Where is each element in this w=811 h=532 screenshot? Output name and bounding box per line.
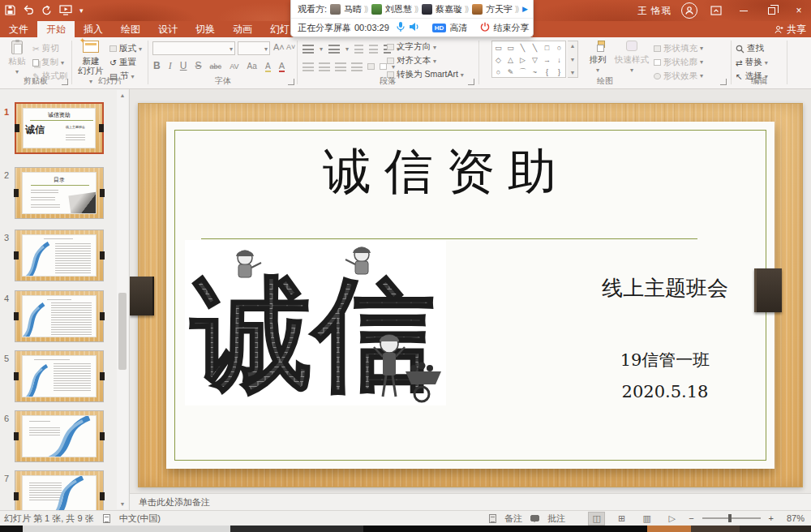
columns-icon[interactable]	[367, 63, 375, 70]
notes-toggle-icon[interactable]	[489, 514, 496, 523]
undo-icon[interactable]	[23, 5, 34, 16]
textbox-shape-icon[interactable]: ▭	[507, 44, 514, 52]
reading-view-button[interactable]: ▥	[638, 512, 655, 526]
arrow-shape-icon[interactable]: ▷	[520, 56, 526, 64]
arrange-button[interactable]: 排列▾	[582, 41, 613, 75]
tab-insert[interactable]: 插入	[75, 21, 112, 37]
scroll-down-icon[interactable]: ▼	[117, 499, 128, 509]
paste-button[interactable]: 粘贴▾	[2, 41, 32, 77]
freeform-shape-icon[interactable]: ○	[496, 68, 500, 76]
decrease-indent-icon[interactable]	[354, 45, 363, 54]
triangle-shape-icon[interactable]: △	[508, 56, 513, 64]
oval-shape-icon[interactable]: ○	[557, 44, 561, 52]
comments-toggle[interactable]: 批注	[547, 513, 565, 525]
language-status[interactable]: 中文(中国)	[119, 513, 161, 525]
drawing-dialog-launcher[interactable]	[720, 79, 727, 85]
tab-animations[interactable]: 动画	[224, 21, 261, 37]
restore-button[interactable]	[762, 2, 780, 19]
speaker-icon[interactable]	[409, 22, 419, 33]
copy-button[interactable]: 复制▾	[32, 56, 64, 69]
character-spacing-button[interactable]: AV	[230, 62, 238, 71]
tab-draw[interactable]: 绘图	[112, 21, 149, 37]
change-case-button[interactable]: Aa	[247, 62, 257, 71]
scroll-up-icon[interactable]: ▲	[117, 90, 128, 101]
slideshow-view-button[interactable]: ▷	[663, 512, 680, 526]
shape-outline-button[interactable]: 形状轮廓▾	[654, 56, 703, 68]
text-direction-button[interactable]: 文字方向▾	[387, 41, 436, 54]
thumbnail-slide-6[interactable]	[15, 410, 104, 462]
gallery-down-icon[interactable]: ▼	[570, 57, 576, 62]
table-icon[interactable]	[380, 63, 387, 70]
cut-button[interactable]: ✂剪切	[32, 42, 59, 55]
save-icon[interactable]	[5, 5, 15, 17]
comments-icon[interactable]	[530, 515, 539, 521]
zoom-out-button[interactable]: −	[689, 513, 693, 523]
shape-fill-button[interactable]: 形状填充▾	[654, 42, 703, 54]
justify-icon[interactable]	[351, 62, 363, 71]
font-name-combo[interactable]: ▾	[152, 41, 235, 55]
font-dialog-launcher[interactable]	[288, 79, 294, 85]
slide-title[interactable]: 诚信资助	[166, 139, 726, 205]
notes-placeholder[interactable]: 单击此处添加备注	[139, 496, 210, 508]
paragraph-dialog-launcher[interactable]	[468, 79, 474, 85]
zoom-slider-thumb[interactable]	[728, 514, 732, 522]
increase-indent-icon[interactable]	[369, 45, 378, 54]
start-slideshow-icon[interactable]	[59, 5, 72, 17]
bold-button[interactable]: B	[153, 60, 161, 71]
numbering-icon[interactable]	[328, 45, 340, 54]
highlight-button[interactable]: A	[265, 62, 271, 72]
slide-sorter-view-button[interactable]: ⊞	[613, 512, 630, 526]
customize-qat-icon[interactable]: ▾	[79, 6, 84, 15]
scrollbar-thumb[interactable]	[118, 293, 127, 370]
underline-button[interactable]: U	[180, 60, 187, 71]
arrow-shape-icon[interactable]: →	[543, 56, 551, 64]
thumbnail-slide-3[interactable]	[15, 230, 104, 281]
thumbnail-slide-4[interactable]	[15, 290, 104, 342]
align-text-button[interactable]: 对齐文本▾	[387, 54, 436, 67]
notes-toggle[interactable]: 备注	[504, 513, 522, 525]
thumbnail-slide-1[interactable]: 诚信资助 诚信 线上主题班会	[15, 102, 104, 154]
share-button[interactable]: 共享	[775, 21, 806, 37]
normal-view-button[interactable]: ◫	[588, 512, 605, 526]
tab-design[interactable]: 设计	[149, 21, 187, 37]
brace-shape-icon[interactable]: {	[546, 68, 548, 76]
slide-subtitle[interactable]: 线上主题班会	[560, 274, 770, 302]
arrow-shape-icon[interactable]: ▽	[532, 56, 538, 64]
reset-button[interactable]: ↺重置	[109, 56, 136, 69]
zoom-slider[interactable]	[702, 517, 761, 519]
hd-quality-button[interactable]: 高清	[449, 22, 467, 34]
slide-date[interactable]: 2020.5.18	[560, 382, 770, 401]
brace-shape-icon[interactable]: }	[558, 68, 560, 76]
italic-button[interactable]: I	[169, 60, 172, 72]
clipboard-dialog-launcher[interactable]	[62, 79, 68, 85]
minimize-button[interactable]	[735, 2, 753, 19]
shapes-gallery[interactable]: ▭▭╲╲□○ ◇△▷▽→↓ ○✎⌒~{}	[491, 41, 566, 78]
thumbnail-slide-2[interactable]: 目录	[15, 167, 104, 219]
tab-transitions[interactable]: 切换	[187, 21, 224, 37]
shrink-font-icon[interactable]: A˅	[286, 43, 295, 51]
close-button[interactable]: ×	[790, 2, 808, 19]
grow-font-icon[interactable]: A˄	[273, 42, 285, 52]
zoom-in-button[interactable]: +	[769, 513, 774, 523]
gallery-up-icon[interactable]: ▲	[570, 43, 576, 49]
thumbnail-scrollbar[interactable]: ▲ ▼	[117, 90, 128, 509]
font-size-combo[interactable]: ▾	[238, 41, 270, 55]
ribbon-display-options-icon[interactable]	[707, 2, 725, 19]
align-left-icon[interactable]	[303, 62, 314, 71]
slide-canvas[interactable]: 诚信资助 诚信	[130, 89, 811, 493]
expand-viewers-icon[interactable]: ▶	[522, 5, 528, 13]
end-share-button[interactable]: 结束分享	[493, 22, 529, 34]
notes-pane[interactable]: 单击此处添加备注	[130, 493, 811, 510]
microphone-icon[interactable]	[396, 21, 406, 34]
curve-shape-icon[interactable]: ~	[533, 68, 537, 76]
end-share-power-icon[interactable]	[480, 22, 490, 33]
replace-button[interactable]: ⇄替换▾	[736, 56, 768, 69]
thumbnail-slide-5[interactable]	[15, 350, 104, 402]
layout-button[interactable]: 版式▾	[109, 42, 142, 55]
gallery-more-icon[interactable]: ▼	[570, 70, 576, 75]
font-color-button[interactable]: A	[279, 61, 285, 72]
strikethrough-button[interactable]: abc	[210, 62, 222, 71]
user-avatar[interactable]	[681, 2, 697, 19]
align-right-icon[interactable]	[335, 62, 346, 71]
rectangle-shape-icon[interactable]: □	[545, 44, 549, 52]
